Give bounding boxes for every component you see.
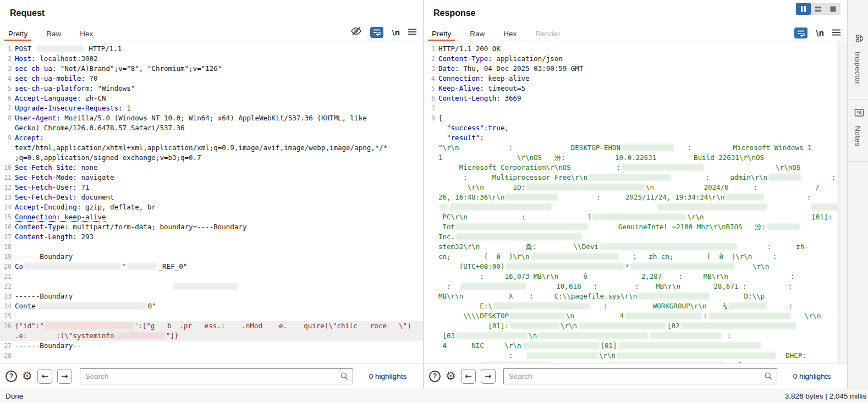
line-number: 12 <box>0 183 15 192</box>
response-toolbar: \n <box>794 27 840 41</box>
line-number <box>424 222 438 232</box>
line-number <box>0 331 15 341</box>
line-number: 25 <box>0 311 15 321</box>
help-icon[interactable]: ? <box>6 371 17 382</box>
tab-raw[interactable]: Raw <box>42 28 65 41</box>
line-number: 6 <box>0 93 15 103</box>
redacted-text <box>523 342 600 349</box>
split-columns-button[interactable] <box>796 3 811 15</box>
response-editor[interactable]: 1HTTP/1.1 200 OK2Content-Type: applicati… <box>424 41 847 363</box>
word-wrap-icon[interactable] <box>794 27 807 38</box>
line-number: 6 <box>424 93 438 103</box>
redacted-text <box>460 283 526 290</box>
redacted-text <box>617 352 776 359</box>
hide-eye-icon[interactable] <box>350 26 362 38</box>
rail-divider <box>848 161 868 162</box>
redacted-text <box>622 144 674 151</box>
menu-icon[interactable] <box>832 28 840 38</box>
code-line: "result": <box>424 133 838 143</box>
status-text: Done <box>6 392 23 400</box>
line-number <box>424 212 438 222</box>
redacted-text <box>24 263 120 270</box>
redacted-text <box>493 302 590 310</box>
redacted-text <box>510 312 565 319</box>
status-metrics: 3,826 bytes | 2,045 millis <box>785 392 866 400</box>
response-scrollbar[interactable] <box>838 41 847 363</box>
code-line: 3sec-ch-ua: "Not/A)Brand";v="8", "Chromi… <box>0 64 423 74</box>
status-bar: Done 3,826 bytes | 2,045 millis <box>0 389 868 403</box>
tab-raw[interactable]: Raw <box>466 28 488 41</box>
line-number <box>0 153 15 163</box>
code-line: 4 NIC \r\n[01] <box>424 341 838 351</box>
redacted-text <box>526 352 598 359</box>
redacted-text <box>578 322 666 329</box>
redacted-text <box>531 253 619 260</box>
line-number: 20 <box>0 262 15 272</box>
sidebar-item-notes[interactable]: Notes <box>848 100 868 161</box>
tab-pretty[interactable]: Pretty <box>4 28 31 41</box>
redacted-text <box>456 223 588 230</box>
code-line: 27------Boundary-- <box>0 341 423 351</box>
redacted-text <box>526 184 645 191</box>
line-number <box>424 133 438 143</box>
redacted-text <box>538 332 648 339</box>
code-line: ;q=0.8,application/signed-exchange;v=b3;… <box>0 153 423 163</box>
side-rail: Inspector Notes <box>847 0 868 389</box>
line-number: 28 <box>0 351 15 361</box>
sidebar-item-inspector[interactable]: Inspector <box>848 25 868 99</box>
response-search-input[interactable] <box>503 368 777 384</box>
line-number: 10 <box>0 163 15 173</box>
request-editor[interactable]: 1POST HTTP/1.12Host: localhost:30023sec-… <box>0 41 423 363</box>
redacted-text <box>45 322 133 329</box>
line-number: 3 <box>0 64 15 74</box>
request-search-input[interactable] <box>80 368 353 384</box>
redacted-text <box>173 283 238 290</box>
prev-match-button[interactable]: ← <box>37 369 52 384</box>
redacted-text <box>481 362 552 363</box>
prev-match-button[interactable]: ← <box>461 369 476 384</box>
code-line: 1 \r\nOS 汾: 10.0.22631 Build 22631\r\nOS… <box>424 153 838 163</box>
line-number <box>424 291 438 301</box>
code-line: 18 <box>0 242 423 252</box>
tab-hex[interactable]: Hex <box>76 28 97 41</box>
word-wrap-icon[interactable] <box>370 27 383 38</box>
main-area: Request PrettyRawHex \n 1POST H <box>0 0 868 389</box>
request-header: Request <box>0 0 423 27</box>
redacted-text <box>650 332 722 339</box>
code-line: 6Accept-Language: zh-CN <box>0 93 423 103</box>
line-number <box>424 301 438 311</box>
response-title: Response <box>433 8 837 18</box>
line-number <box>424 202 438 212</box>
line-number <box>424 331 438 341</box>
code-line: 12Sec-Fetch-User: ?1 <box>0 183 423 192</box>
newline-toggle-icon[interactable]: \n <box>392 28 400 37</box>
line-number <box>424 351 438 361</box>
tab-pretty[interactable]: Pretty <box>428 28 455 41</box>
response-tabs: PrettyRawHexRender <box>428 27 575 41</box>
response-highlights-count: 0 highlights <box>782 372 842 380</box>
code-line: 3Date: Thu, 04 Dec 2025 03:00:59 GMT <box>424 64 838 74</box>
redacted-text <box>708 312 791 319</box>
request-tabbar: PrettyRawHex \n <box>0 27 423 41</box>
help-icon[interactable]: ? <box>429 371 441 382</box>
next-match-button[interactable]: → <box>481 369 496 384</box>
split-rows-button[interactable] <box>811 3 826 15</box>
sidebar-item-label: Notes <box>854 126 862 147</box>
line-number: 4 <box>424 74 438 84</box>
line-number <box>424 163 438 173</box>
single-pane-button[interactable] <box>826 3 840 15</box>
menu-icon[interactable] <box>408 27 416 37</box>
code-line: 6Content-Length: 3669 <box>424 93 838 103</box>
gear-icon[interactable]: ⚙ <box>22 371 32 382</box>
code-line: 8User-Agent: Mozilla/5.0 (Windows NT 10.… <box>0 113 423 123</box>
code-line: : 16,073 MB\r\n ô 2,287 : MB\r\n : <box>424 272 838 281</box>
code-line: 7 <box>424 103 838 113</box>
gear-icon[interactable]: ⚙ <box>446 371 456 382</box>
request-tabs: PrettyRawHex <box>4 27 108 41</box>
tab-hex[interactable]: Hex <box>499 28 520 41</box>
next-match-button[interactable]: → <box>57 369 72 384</box>
code-line: 19------Boundary <box>0 252 423 262</box>
line-number: 4 <box>0 74 15 84</box>
newline-toggle-icon[interactable]: \n <box>816 29 824 37</box>
line-number: 1 <box>0 44 15 54</box>
